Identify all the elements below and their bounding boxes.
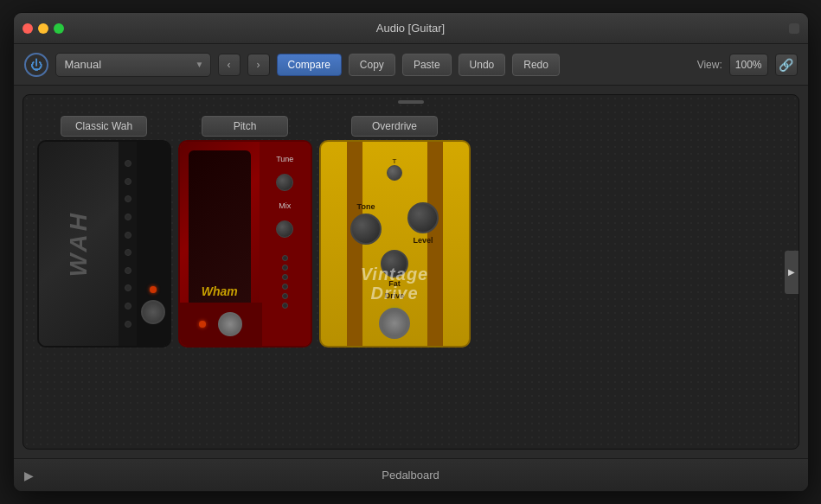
- drive-stomp-area: [321, 308, 469, 339]
- pitch-active-led: [199, 321, 206, 328]
- wah-side: [137, 142, 169, 346]
- tone-row: Tone Level: [350, 202, 439, 245]
- scroll-right-button[interactable]: ▶: [785, 251, 799, 294]
- wah-pedal-wrapper: Classic Wah WAH: [37, 116, 171, 348]
- drive-brand-line2: Drive: [370, 284, 418, 303]
- toolbar: ⏻ Manual ▼ ‹ › Compare Copy Paste Undo R…: [14, 44, 808, 86]
- drive-top-knob-group: T: [387, 157, 402, 181]
- drag-handle[interactable]: [23, 95, 799, 109]
- wham-label: Wham: [202, 284, 238, 298]
- pitch-led: [282, 274, 288, 280]
- drag-handle-indicator: [398, 100, 424, 104]
- wah-led: [150, 286, 157, 293]
- view-label: View:: [697, 59, 722, 71]
- tone-knob[interactable]: [350, 214, 382, 245]
- overdrive-pedal[interactable]: T Tone: [319, 140, 471, 348]
- wah-label-button[interactable]: Classic Wah: [61, 116, 147, 137]
- nav-forward-button[interactable]: ›: [247, 54, 270, 76]
- drive-stomp-button[interactable]: [379, 308, 410, 339]
- power-button[interactable]: ⏻: [24, 53, 48, 77]
- wah-dot: [125, 249, 131, 256]
- level-knob[interactable]: [407, 202, 439, 233]
- pitch-stomp-button[interactable]: [218, 312, 242, 336]
- pitch-led: [282, 265, 288, 271]
- nav-back-button[interactable]: ‹: [218, 54, 241, 76]
- copy-button[interactable]: Copy: [349, 54, 395, 76]
- paste-button[interactable]: Paste: [402, 54, 452, 76]
- tune-knob[interactable]: [276, 174, 293, 191]
- drive-top-knob[interactable]: [387, 165, 402, 181]
- window-controls: [22, 23, 64, 34]
- window-title: Audio [Guitar]: [376, 22, 446, 35]
- pitch-led: [282, 293, 288, 299]
- pitch-led: [282, 284, 288, 290]
- wah-dot: [125, 321, 131, 328]
- window-control-right[interactable]: [789, 23, 799, 34]
- pitch-bottom: [180, 303, 262, 346]
- wah-dot: [125, 160, 131, 167]
- redo-button[interactable]: Redo: [512, 54, 560, 76]
- tone-label: Tone: [357, 202, 375, 211]
- pitch-label-button[interactable]: Pitch: [202, 116, 288, 137]
- mix-knob[interactable]: [276, 220, 293, 238]
- tone-knob-group: Tone: [350, 202, 382, 245]
- pedalboard-area: Classic Wah WAH: [22, 94, 799, 450]
- pedals-container: Classic Wah WAH: [23, 109, 799, 449]
- bottom-bar: ▶ Pedalboard: [14, 458, 808, 491]
- pitch-leds: [282, 255, 288, 309]
- undo-button[interactable]: Undo: [459, 54, 506, 76]
- drive-brand: Vintage Drive: [361, 265, 429, 303]
- title-bar: Audio [Guitar]: [14, 13, 808, 44]
- view-percent: 100%: [729, 54, 768, 76]
- drive-t-indicator: T: [393, 157, 397, 165]
- wah-dot: [125, 178, 131, 185]
- pitch-controls: Tune Mix: [260, 142, 310, 346]
- pitch-led: [282, 303, 288, 309]
- main-area: Classic Wah WAH: [14, 86, 808, 458]
- compare-button[interactable]: Compare: [277, 54, 342, 76]
- wah-dot: [125, 267, 131, 274]
- mix-label: Mix: [279, 201, 291, 210]
- pedalboard-label: Pedalboard: [382, 469, 439, 482]
- preset-select-wrapper: Manual ▼: [55, 53, 211, 77]
- play-button[interactable]: ▶: [24, 469, 34, 482]
- wah-stomp-button[interactable]: [141, 300, 165, 324]
- overdrive-pedal-wrapper: Overdrive T: [319, 116, 471, 348]
- wah-dot: [125, 284, 131, 291]
- drive-brand-area: Vintage Drive: [321, 265, 469, 303]
- link-icon[interactable]: 🔗: [775, 54, 798, 76]
- pitch-led: [282, 255, 288, 261]
- wah-pedal[interactable]: WAH: [37, 140, 171, 348]
- wah-rocker: WAH: [39, 142, 119, 346]
- wah-dots: [119, 142, 137, 346]
- wah-text: WAH: [65, 210, 93, 277]
- wah-dot: [125, 303, 131, 309]
- close-dot[interactable]: [22, 23, 33, 34]
- main-window: Audio [Guitar] ⏻ Manual ▼ ‹ › Compare Co…: [13, 12, 809, 492]
- pitch-pedal[interactable]: Wham Tune Mix: [178, 140, 312, 348]
- tune-label: Tune: [276, 155, 293, 163]
- wah-dot: [125, 195, 131, 202]
- overdrive-label-button[interactable]: Overdrive: [351, 116, 438, 137]
- level-label: Level: [413, 236, 433, 245]
- minimize-dot[interactable]: [38, 23, 48, 34]
- preset-select[interactable]: Manual: [55, 53, 211, 77]
- maximize-dot[interactable]: [54, 23, 64, 34]
- wah-dot: [125, 232, 131, 239]
- pitch-pedal-wrapper: Pitch Wham Tune Mix: [178, 116, 312, 348]
- level-knob-group: Level: [407, 202, 439, 245]
- drive-brand-line1: Vintage: [361, 265, 429, 284]
- wah-dot: [125, 214, 131, 220]
